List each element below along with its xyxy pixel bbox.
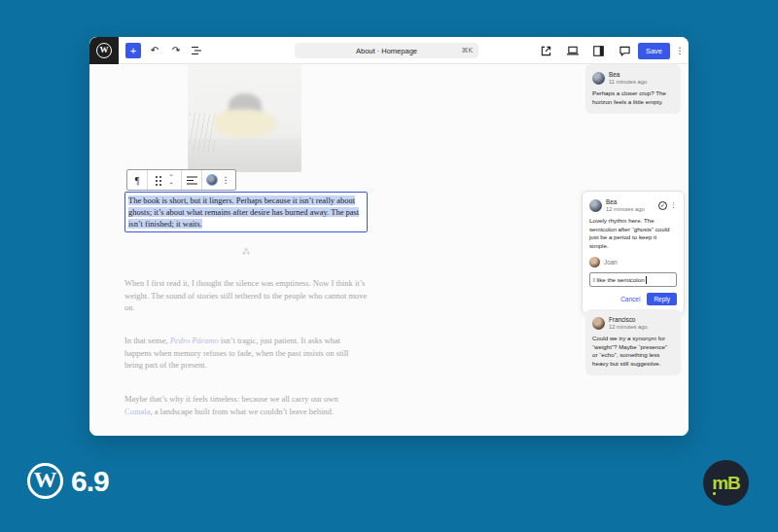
align-icon (187, 176, 197, 185)
comment-bubble-icon (619, 46, 630, 56)
comment-text: Could we try a synonym for “weight”? May… (592, 335, 674, 368)
reply-button[interactable]: Reply (647, 293, 677, 305)
plus-icon: + (130, 44, 136, 57)
redo-button[interactable]: ↷ (168, 43, 184, 58)
view-site-button[interactable] (539, 43, 554, 58)
comala-link[interactable]: Comala (124, 407, 150, 416)
document-title: About · Homepage (356, 47, 417, 55)
undo-button[interactable]: ↶ (147, 43, 162, 58)
desktop-background: { "header": { "document_title": "About ·… (0, 0, 778, 532)
paragraph-block-icon[interactable]: ¶ (130, 171, 144, 189)
top-bar-actions: Save ⋮ (533, 37, 685, 64)
drag-handle[interactable] (151, 171, 164, 189)
comment-timestamp: 12 minutes ago (606, 206, 645, 212)
reply-input[interactable]: I like the semicolon (589, 272, 677, 287)
comment-timestamp: 12 minutes ago (609, 324, 648, 330)
comment-card-1[interactable]: Bea 11 minutes ago Perhaps a closer crop… (585, 64, 681, 114)
avatar-bea (592, 72, 605, 85)
wordpress-logo-button[interactable]: W (89, 37, 119, 64)
separator-block[interactable]: ⁂ (124, 247, 368, 257)
save-button[interactable]: Save (638, 43, 670, 59)
comments-toggle-button[interactable] (618, 43, 633, 58)
command-shortcut-hint: ⌘K (461, 47, 473, 54)
comment-text: Perhaps a closer crop? The horizon feels… (592, 89, 674, 106)
selected-paragraph-block[interactable]: The book is short, but it lingers. Perha… (124, 192, 368, 232)
settings-sidebar-toggle[interactable] (591, 43, 607, 58)
selected-paragraph-text: The book is short, but it lingers. Perha… (128, 195, 359, 229)
block-inserter-button[interactable]: + (125, 43, 141, 58)
image-dim-overlay (188, 64, 301, 172)
pedro-paramo-link[interactable]: Pedro Páramo (170, 336, 219, 345)
paragraph-2-text: In that sense, (124, 336, 170, 345)
comment-text: Lovely rhythm here. The semicolon after … (589, 217, 677, 250)
avatar-joan (589, 257, 600, 267)
alignment-button[interactable] (185, 171, 198, 189)
reply-draft-text: I like the semicolon (593, 276, 645, 283)
paragraph-block-2[interactable]: In that sense, Pedro Páramo isn’t tragic… (124, 335, 368, 372)
sidebar-icon (593, 46, 604, 56)
list-view-icon (192, 46, 203, 55)
move-down-icon: ⌄ (168, 180, 173, 185)
options-menu-button[interactable]: ⋮ (675, 46, 685, 55)
comment-author: Francisco (609, 316, 648, 323)
comment-author: Bea (606, 198, 645, 205)
laptop-icon (567, 46, 579, 55)
mb-logo-dot (713, 492, 716, 495)
block-options-button[interactable]: ⋮ (219, 171, 232, 189)
paragraph-block-1[interactable]: When I first read it, I thought the sile… (124, 277, 368, 314)
block-toolbar: ¶ ⌃⌄ ⋮ (126, 169, 236, 191)
paragraph-block-3[interactable]: Maybe that’s why it feels timeless: beca… (124, 393, 368, 417)
comment-card-3[interactable]: Francisco 12 minutes ago Could we try a … (585, 309, 681, 375)
wordpress-version-number: 6.9 (71, 465, 109, 498)
editor-canvas: ¶ ⌃⌄ ⋮ The book is short, but it lingers… (89, 64, 689, 436)
wordpress-logo-icon: W (27, 463, 63, 499)
avatar-francisco (592, 317, 605, 330)
device-preview-button[interactable] (565, 43, 581, 58)
mb-logo-badge: mB (703, 460, 749, 506)
list-view-button[interactable] (190, 43, 205, 58)
reply-author-name: Joan (604, 259, 618, 266)
comment-author: Bea (609, 71, 647, 78)
resolve-comment-button[interactable]: ✓ (658, 201, 667, 210)
editor-window: W + ↶ ↷ About · Homepage ⌘K (89, 37, 689, 436)
external-link-icon (541, 46, 551, 56)
drag-dots-icon (155, 175, 161, 186)
wordpress-version-badge: W 6.9 (27, 463, 109, 499)
comment-timestamp: 11 minutes ago (609, 79, 647, 85)
document-command-bar[interactable]: About · Homepage ⌘K (295, 43, 478, 58)
text-caret (646, 276, 647, 284)
block-mover[interactable]: ⌃⌄ (164, 171, 178, 189)
cancel-button[interactable]: Cancel (620, 296, 640, 302)
comment-indicator-button[interactable] (205, 171, 219, 189)
comment-card-2-active[interactable]: Bea 12 minutes ago ✓ ⋮ Lovely rhythm her… (582, 191, 685, 314)
editor-top-bar: W + ↶ ↷ About · Homepage ⌘K (89, 37, 689, 64)
avatar-bea (589, 199, 602, 212)
mb-logo-text: mB (712, 473, 740, 494)
comment-options-button[interactable]: ⋮ (670, 201, 677, 209)
paragraph-3-text-after: , a landscape built from what we couldn’… (150, 407, 333, 416)
commenter-avatar (206, 174, 218, 186)
featured-image-block[interactable] (188, 64, 301, 172)
wordpress-icon: W (96, 43, 112, 58)
paragraph-3-text: Maybe that’s why it feels timeless: beca… (124, 394, 338, 404)
